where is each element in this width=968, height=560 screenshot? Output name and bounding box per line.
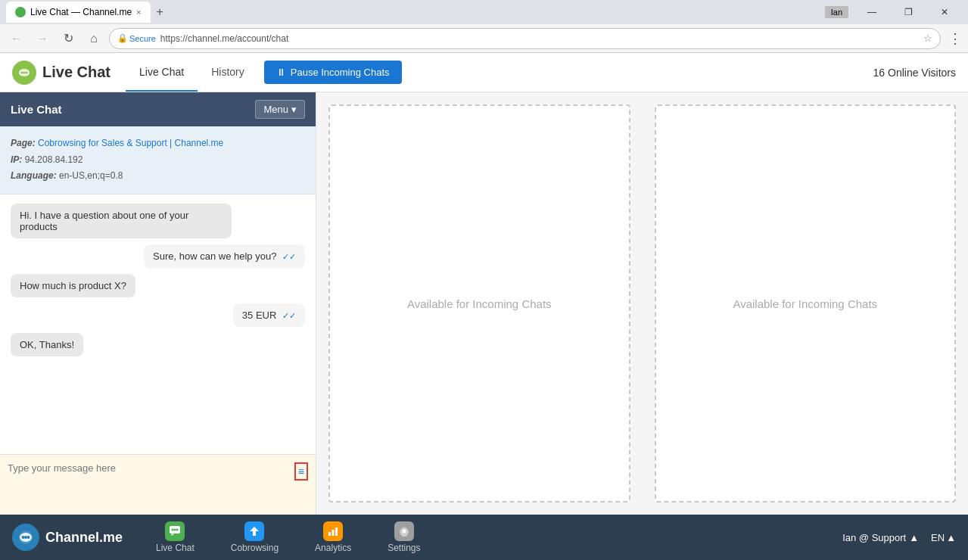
new-tab-btn[interactable]: + <box>151 2 170 22</box>
minimize-btn[interactable]: — <box>854 0 889 24</box>
svg-rect-17 <box>335 527 338 536</box>
logo-text: Live Chat <box>42 64 110 81</box>
taskbar-settings-label: Settings <box>388 543 420 553</box>
browser-toolbar: ← → ↻ ⌂ 🔒 Secure https://channel.me/acco… <box>0 24 968 53</box>
bookmark-icon[interactable]: ☆ <box>923 33 932 44</box>
visitor-page-link[interactable]: Cobrowsing for Sales & Support | Channel… <box>38 138 223 148</box>
app-header: Live Chat Live Chat History ⏸ Pause Inco… <box>0 53 968 92</box>
list-icon: ≡ <box>298 465 304 478</box>
logo-icon <box>12 61 36 85</box>
nav-history[interactable]: History <box>198 53 258 92</box>
close-btn[interactable]: ✕ <box>927 0 962 24</box>
message-input[interactable] <box>8 462 308 496</box>
forward-btn[interactable]: → <box>32 28 53 49</box>
chevron-down-icon: ▾ <box>291 104 297 115</box>
svg-point-10 <box>27 536 30 539</box>
browser-tab[interactable]: Live Chat — Channel.me × <box>6 2 151 23</box>
incoming-panel-2-text: Available for Incoming Chats <box>733 297 877 310</box>
window-controls: — ❐ ✕ <box>854 0 962 24</box>
msg-tick-2: ✓✓ <box>282 311 296 320</box>
browser-tabs: Live Chat — Channel.me × + <box>6 2 825 23</box>
chat-panel-title: Live Chat <box>11 103 62 116</box>
language-label: Language: <box>11 170 57 181</box>
header-nav: Live Chat History <box>126 53 258 92</box>
visitor-language: en-US,en;q=0.8 <box>59 170 123 181</box>
taskbar-item-analytics[interactable]: Analytics <box>297 517 369 558</box>
taskbar-logo-icon <box>12 524 39 551</box>
taskbar-items: Live Chat Cobrowsing Analytics <box>138 517 438 558</box>
taskbar-brand-text: Channel.me <box>45 530 123 546</box>
tab-close-btn[interactable]: × <box>136 8 141 17</box>
maximize-btn[interactable]: ❐ <box>891 0 926 24</box>
svg-point-14 <box>176 529 179 531</box>
url-text: https://channel.me/account/chat <box>160 33 919 44</box>
chat-messages[interactable]: Page: Cobrowsing for Sales & Support | C… <box>0 126 316 454</box>
livechat-icon <box>165 521 185 541</box>
browser-menu-btn[interactable]: ⋮ <box>948 30 962 47</box>
incoming-panel-2: Available for Incoming Chats <box>655 104 957 502</box>
svg-rect-15 <box>328 532 331 536</box>
chat-menu-dropdown-btn[interactable]: Menu ▾ <box>255 100 305 119</box>
message-toolbar-icon[interactable]: ≡ <box>294 462 308 481</box>
taskbar-item-cobrowsing[interactable]: Cobrowsing <box>213 517 297 558</box>
taskbar-lang[interactable]: EN ▲ <box>931 532 956 543</box>
lang-chevron-up-icon: ▲ <box>946 532 956 543</box>
pause-incoming-chats-btn[interactable]: ⏸ Pause Incoming Chats <box>264 61 402 84</box>
svg-point-4 <box>26 71 28 73</box>
browser-user-label: Ian <box>825 6 848 18</box>
svg-point-3 <box>23 71 26 73</box>
message-agent-1: Sure, how can we help you? ✓✓ <box>144 244 305 268</box>
message-visitor-3: OK, Thanks! <box>11 333 83 356</box>
taskbar-right: Ian @ Support ▲ EN ▲ <box>842 532 956 543</box>
main-content: Live Chat Menu ▾ Page: Cobrowsing for Sa… <box>0 92 968 515</box>
incoming-panel-1-text: Available for Incoming Chats <box>407 297 552 310</box>
incoming-panel-1: Available for Incoming Chats <box>328 104 630 502</box>
page-label: Page: <box>11 138 36 148</box>
taskbar-livechat-label: Live Chat <box>156 543 195 553</box>
svg-rect-16 <box>332 530 335 536</box>
messages-body: Hi. I have a question about one of your … <box>0 194 316 366</box>
taskbar: Channel.me Live Chat Cobrowsing <box>0 515 968 560</box>
message-visitor-1: Hi. I have a question about one of your … <box>11 204 232 238</box>
tab-favicon <box>15 7 26 17</box>
right-panels: Available for Incoming Chats Available f… <box>316 92 968 515</box>
browser-titlebar: Live Chat — Channel.me × + Ian — ❐ ✕ <box>0 0 968 24</box>
online-visitors-count: 16 Online Visitors <box>873 67 956 79</box>
home-btn[interactable]: ⌂ <box>83 28 104 49</box>
svg-point-2 <box>21 71 23 73</box>
msg-tick-1: ✓✓ <box>282 252 296 261</box>
taskbar-item-settings[interactable]: Settings <box>369 517 438 558</box>
app-logo: Live Chat <box>12 61 110 85</box>
address-bar[interactable]: 🔒 Secure https://channel.me/account/chat… <box>109 28 941 49</box>
analytics-icon <box>323 521 343 541</box>
chat-panel-header: Live Chat Menu ▾ <box>0 92 316 126</box>
chat-panel: Live Chat Menu ▾ Page: Cobrowsing for Sa… <box>0 92 316 515</box>
taskbar-user-label: Ian @ Support <box>842 532 906 543</box>
visitor-ip: 94.208.84.192 <box>25 154 83 165</box>
secure-badge: 🔒 Secure <box>117 33 156 43</box>
message-agent-2: 35 EUR ✓✓ <box>233 303 305 327</box>
visitor-info-card: Page: Cobrowsing for Sales & Support | C… <box>0 126 316 194</box>
pause-icon: ⏸ <box>276 67 286 78</box>
taskbar-brand: Channel.me <box>12 524 123 551</box>
reload-btn[interactable]: ↻ <box>58 28 79 49</box>
user-chevron-up-icon: ▲ <box>909 532 919 543</box>
back-btn[interactable]: ← <box>6 28 27 49</box>
svg-point-12 <box>172 529 174 531</box>
tab-title: Live Chat — Channel.me <box>30 7 132 17</box>
svg-point-9 <box>24 536 27 539</box>
message-visitor-2: How much is product X? <box>11 274 135 297</box>
ip-label: IP: <box>11 154 22 165</box>
taskbar-lang-label: EN <box>931 532 945 543</box>
svg-point-8 <box>22 536 25 539</box>
settings-icon <box>394 521 414 541</box>
taskbar-item-livechat[interactable]: Live Chat <box>138 517 213 558</box>
taskbar-analytics-label: Analytics <box>315 543 351 553</box>
svg-point-13 <box>174 529 176 531</box>
taskbar-cobrowsing-label: Cobrowsing <box>231 543 279 553</box>
nav-livechat[interactable]: Live Chat <box>126 53 198 92</box>
chat-input-area: ≡ <box>0 454 316 515</box>
cobrowsing-icon <box>244 521 264 541</box>
taskbar-user[interactable]: Ian @ Support ▲ <box>842 532 919 543</box>
